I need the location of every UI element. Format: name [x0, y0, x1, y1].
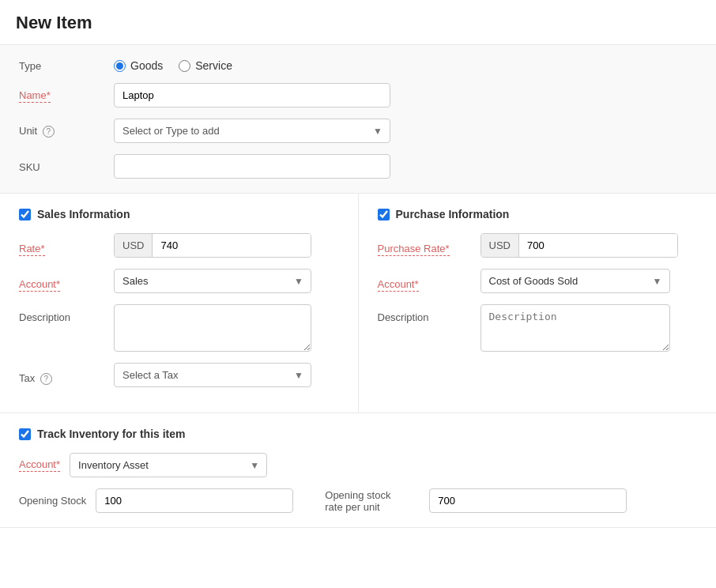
sales-rate-label: Rate*: [19, 243, 45, 256]
inventory-account-select[interactable]: Inventory Asset Cost of Goods Sold: [70, 453, 267, 477]
unit-label: Unit ?: [19, 125, 55, 137]
purchase-description-row: Description: [378, 304, 698, 352]
sales-tax-wrap: Select a Tax ▼: [114, 363, 311, 387]
opening-stock-field: Opening Stock: [19, 488, 293, 513]
sales-purchase-section: Sales Information Rate* USD Account* Sal…: [0, 194, 716, 413]
sales-account-select[interactable]: Sales Cost of Goods Sold: [114, 269, 311, 293]
opening-rate-field: Opening stock rate per unit: [325, 488, 627, 513]
opening-stock-label: Opening Stock: [19, 495, 86, 507]
sales-account-row: Account* Sales Cost of Goods Sold ▼: [19, 269, 339, 293]
unit-select-wrap: Select or Type to add ▼: [114, 119, 390, 143]
inventory-header: Track Inventory for this item: [19, 428, 697, 440]
purchase-description-label: Description: [378, 311, 429, 323]
sku-label: SKU: [19, 161, 40, 173]
name-label: Name*: [19, 89, 51, 103]
goods-radio-option[interactable]: Goods: [114, 59, 163, 72]
purchase-account-select[interactable]: Cost of Goods Sold Sales: [480, 269, 670, 293]
sales-description-input[interactable]: [114, 304, 311, 352]
sales-tax-label: Tax ?: [19, 372, 52, 384]
inventory-checkbox[interactable]: [19, 428, 31, 440]
inventory-account-wrap: Inventory Asset Cost of Goods Sold ▼: [70, 453, 267, 477]
sales-tax-select[interactable]: Select a Tax: [114, 363, 311, 387]
opening-stock-row: Opening Stock Opening stock rate per uni…: [19, 488, 697, 513]
purchase-checkbox[interactable]: [378, 209, 390, 220]
inventory-account-row: Account* Inventory Asset Cost of Goods S…: [19, 453, 697, 477]
unit-info-icon[interactable]: ?: [43, 126, 55, 138]
type-label: Type: [19, 60, 41, 72]
sales-description-row: Description: [19, 304, 339, 352]
tax-info-icon[interactable]: ?: [40, 373, 52, 385]
purchase-description-input[interactable]: [480, 304, 670, 352]
purchase-account-label: Account*: [378, 278, 419, 292]
service-radio[interactable]: [179, 60, 190, 72]
inventory-account-label: Account*: [19, 458, 60, 472]
purchase-currency: USD: [481, 234, 519, 257]
service-radio-option[interactable]: Service: [179, 59, 232, 72]
goods-radio[interactable]: [114, 60, 126, 72]
purchase-rate-input[interactable]: [519, 234, 677, 257]
sales-rate-row: Rate* USD: [19, 233, 339, 258]
sales-rate-input[interactable]: [153, 234, 311, 257]
opening-rate-input[interactable]: [429, 488, 627, 513]
goods-label: Goods: [130, 59, 163, 72]
purchase-account-wrap: Cost of Goods Sold Sales ▼: [480, 269, 670, 293]
purchase-column: Purchase Information Purchase Rate* USD …: [359, 194, 717, 413]
purchase-rate-field: USD: [480, 233, 678, 258]
name-input[interactable]: [114, 83, 390, 107]
service-label: Service: [195, 59, 232, 72]
inventory-title: Track Inventory for this item: [37, 428, 186, 440]
purchase-rate-label: Purchase Rate*: [378, 243, 450, 256]
sales-rate-field: USD: [114, 233, 311, 258]
opening-rate-label: Opening stock rate per unit: [325, 489, 420, 513]
sales-currency: USD: [115, 234, 153, 257]
purchase-header: Purchase Information: [378, 208, 698, 220]
inventory-section: Track Inventory for this item Account* I…: [0, 413, 716, 528]
opening-stock-input[interactable]: [96, 488, 293, 513]
sales-header: Sales Information: [19, 208, 339, 220]
type-selector: Goods Service: [114, 59, 232, 72]
sales-title: Sales Information: [37, 208, 130, 220]
sales-account-label: Account*: [19, 278, 60, 292]
purchase-rate-row: Purchase Rate* USD: [378, 233, 698, 258]
sales-account-wrap: Sales Cost of Goods Sold ▼: [114, 269, 311, 293]
purchase-title: Purchase Information: [396, 208, 510, 220]
purchase-account-row: Account* Cost of Goods Sold Sales ▼: [378, 269, 698, 293]
page-title: New Item: [0, 0, 716, 45]
sales-column: Sales Information Rate* USD Account* Sal…: [0, 194, 358, 413]
sales-checkbox[interactable]: [19, 209, 31, 220]
sales-tax-row: Tax ? Select a Tax ▼: [19, 363, 339, 387]
sales-description-label: Description: [19, 311, 70, 323]
sku-input[interactable]: [114, 154, 390, 179]
unit-select[interactable]: Select or Type to add: [114, 119, 390, 143]
